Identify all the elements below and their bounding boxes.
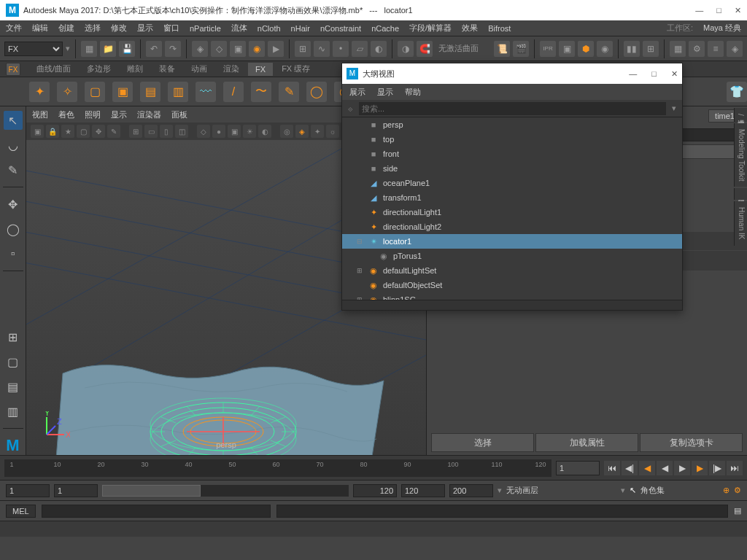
outliner-item-defaultLightSet[interactable]: ⊞◉defaultLightSet [342,263,682,278]
outliner-item-blinn1SG[interactable]: ⊞◉blinn1SG [342,292,682,300]
snap-plane-icon[interactable]: ▱ [352,41,368,57]
menu-set-dropdown[interactable]: FX [4,42,63,56]
vp-2d-pan-icon[interactable]: ✥ [92,125,105,138]
select-button[interactable]: 选择 [431,433,534,452]
range-end-inner[interactable] [353,484,397,497]
outliner-item-directionalLight1[interactable]: ✦directionalLight1 [342,205,682,219]
play-forward-icon[interactable]: ▶ [674,461,690,475]
vp-shadows-icon[interactable]: ◐ [258,125,271,138]
timeline-ruler[interactable]: 1102030405060708090100110120 [4,459,551,477]
outliner-search-input[interactable] [359,102,666,115]
prefs-icon[interactable]: ⚙ [734,486,741,495]
select-mask-icon[interactable]: ▶ [268,41,284,57]
outliner-item-top[interactable]: ■top [342,132,682,147]
render-frame-icon[interactable]: ▣ [559,41,575,57]
vp-menu-renderer[interactable]: 渲染器 [137,109,161,120]
vp-menu-show[interactable]: 显示 [111,109,127,120]
vp-shaded-icon[interactable]: ● [212,125,225,138]
lasso-tool[interactable]: ◡ [4,136,23,155]
redo-icon[interactable]: ↷ [165,41,181,57]
render-settings-icon[interactable]: ⬢ [578,41,594,57]
modeling-toolkit-icon[interactable]: ◈ [727,41,743,57]
vp-menu-lighting[interactable]: 照明 [85,109,101,120]
shelf-tab-rigging[interactable]: 装备 [152,61,182,77]
vp-xray-icon[interactable]: ◈ [295,125,309,138]
paint-select-tool[interactable]: ✎ [4,160,23,179]
outliner-item-transform1[interactable]: ◢transform1 [342,190,682,205]
menu-nhair[interactable]: nHair [291,24,310,33]
outliner-item-side[interactable]: ■side [342,161,682,176]
menu-fluid[interactable]: 流体 [231,23,247,34]
maximize-button[interactable]: □ [716,6,721,15]
vp-wireframe-icon[interactable]: ◇ [197,125,210,138]
select-hierarchy-icon[interactable]: ◈ [192,41,208,57]
menu-file[interactable]: 文件 [6,23,22,34]
menu-ncache[interactable]: nCache [371,24,399,33]
open-scene-icon[interactable]: 📁 [100,41,116,57]
shelf-tab-curves[interactable]: 曲线/曲面 [29,61,78,77]
shelf-tab-polygons[interactable]: 多边形 [80,61,118,77]
vp-grid-icon[interactable]: ⊞ [129,125,142,138]
outliner-item-pTorus1[interactable]: ◉pTorus1 [342,249,682,263]
menu-fields[interactable]: 字段/解算器 [409,23,452,34]
menu-edit[interactable]: 编辑 [32,23,48,34]
vp-gate-mask-icon[interactable]: ◫ [175,125,188,138]
play-back-icon[interactable]: ◀ [657,461,673,475]
construction-history-icon[interactable]: 📜 [494,41,510,57]
vp-lock-camera-icon[interactable]: 🔒 [46,125,59,138]
fluid-container-icon[interactable]: ▢ [85,82,105,102]
close-button[interactable]: ✕ [735,6,741,15]
sidetab-humanik[interactable]: Human IK [734,201,747,245]
render-view-icon[interactable]: 🎬 [513,41,529,57]
select-multi-icon[interactable]: ◉ [249,41,265,57]
vp-lights-icon[interactable]: ☀ [243,125,256,138]
save-scene-icon[interactable]: 💾 [119,41,135,57]
nhair-paint-icon[interactable]: ✎ [279,82,299,102]
menu-display[interactable]: 显示 [137,23,153,34]
snap-grid-icon[interactable]: ⊞ [295,41,311,57]
expand-icon[interactable]: ⊞ [357,267,364,274]
select-component-icon[interactable]: ▣ [230,41,246,57]
shelf-tab-animation[interactable]: 动画 [184,61,214,77]
copy-tab-button[interactable]: 复制选项卡 [640,433,743,452]
ncloth-passive-icon[interactable]: / [223,82,244,102]
move-tool[interactable]: ✥ [4,195,23,214]
current-frame-field[interactable]: 1 [556,461,600,475]
range-slider-track[interactable] [102,485,349,497]
rotate-tool[interactable]: ◯ [4,219,23,238]
range-handle[interactable] [102,485,201,497]
step-back-key-icon[interactable]: ◀| [622,461,638,475]
vp-select-camera-icon[interactable]: ▣ [31,125,44,138]
hypershade-icon[interactable]: ◉ [597,41,613,57]
autokey-toggle-icon[interactable]: ⊕ [723,486,729,495]
vp-xray-joints-icon[interactable]: ✦ [311,125,324,138]
panel-layout-icon[interactable]: ⊞ [643,41,659,57]
menu-ncloth[interactable]: nCloth [258,24,281,33]
scale-tool[interactable]: ▫ [4,244,23,263]
shelf-tab-sculpt[interactable]: 雕刻 [120,61,150,77]
outliner-item-defaultObjectSet[interactable]: ◉defaultObjectSet [342,278,682,292]
ipr-icon[interactable]: IPR [540,41,556,57]
anim-layer-dropdown[interactable]: 无动画层 [506,485,538,496]
playblast-icon[interactable]: ▮▮ [624,41,640,57]
step-forward-key-icon[interactable]: |▶ [709,461,725,475]
expand-icon[interactable]: ⊟ [357,238,364,245]
layout-single-icon[interactable]: ▢ [4,352,23,371]
nhair-create-icon[interactable]: 〜 [251,82,271,102]
undo-icon[interactable]: ↶ [146,41,162,57]
vp-film-gate-icon[interactable]: ▭ [144,125,158,138]
load-attrs-button[interactable]: 加载属性 [535,433,638,452]
attribute-editor-icon[interactable]: ≡ [708,41,724,57]
go-to-end-icon[interactable]: ⏭ [727,461,743,475]
vp-menu-view[interactable]: 视图 [32,109,48,120]
workspace-selector[interactable]: Maya 经典 [703,23,741,34]
step-back-icon[interactable]: ◀ [639,461,655,475]
select-object-icon[interactable]: ◇ [211,41,227,57]
minimize-button[interactable]: — [695,6,703,15]
pond-icon[interactable]: ▥ [168,82,188,102]
layout-persp-icon[interactable]: ▥ [4,402,23,421]
outliner-filter-icon[interactable]: ⟐ [348,104,353,113]
menu-bifrost[interactable]: Bifrost [488,24,511,33]
vp-exposure-icon[interactable]: ☼ [326,125,339,138]
outliner-titlebar[interactable]: M 大纲视图 — □ ✕ [342,63,682,84]
